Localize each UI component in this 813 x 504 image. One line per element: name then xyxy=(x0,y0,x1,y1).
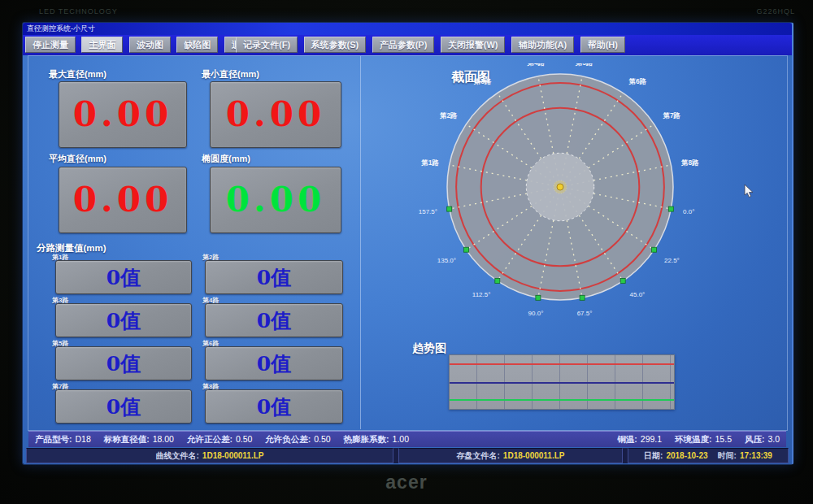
channel-1-value: 0值 xyxy=(107,267,141,288)
channel-4-display: 0值 xyxy=(205,303,343,337)
angle-label: 22.5° xyxy=(664,257,680,264)
angle-marker xyxy=(620,279,625,284)
max-diameter-display: 0.00 xyxy=(59,81,187,148)
channel-6-value: 0值 xyxy=(257,354,291,374)
channel-section-label: 分路测量值(mm) xyxy=(37,242,107,254)
ovality-value: 0.00 xyxy=(226,183,325,217)
bezel-led-label: LED TECHNOLOGY xyxy=(39,7,118,15)
status-right-group: 铜温:299.1 环境温度:15.5 风压:3.0 xyxy=(617,434,780,445)
angle-marker xyxy=(463,247,468,252)
channel-5-value: 0值 xyxy=(107,354,141,374)
menu-close-alarm[interactable]: 关闭报警(W) xyxy=(441,37,506,53)
menu-record-file[interactable]: 记录文件(F) xyxy=(236,37,298,53)
fluctuation-chart-button[interactable]: 波动图 xyxy=(129,37,171,53)
menu-help[interactable]: 帮助(H) xyxy=(580,37,625,53)
avg-diameter-value: 0.00 xyxy=(73,183,172,217)
angle-label: 90.0° xyxy=(528,310,544,317)
acer-logo: acer xyxy=(370,471,443,493)
angle-marker xyxy=(536,295,541,300)
min-diameter-label: 最小直径(mm) xyxy=(202,68,259,80)
angle-label: 157.5° xyxy=(419,208,437,215)
neg-tolerance-value: 0.50 xyxy=(314,434,330,444)
max-diameter-label: 最大直径(mm) xyxy=(49,68,107,80)
angle-label: 0.0° xyxy=(683,208,694,215)
channel-2-value: 0值 xyxy=(257,267,291,288)
expansion-coeff-value: 1.00 xyxy=(393,434,409,444)
channel-spoke-label: 第2路 xyxy=(439,111,458,119)
status-left-group: 产品型号:D18 标称直径值:18.00 允许正公差:0.50 允许负公差:0.… xyxy=(35,434,409,445)
channel-7-display: 0值 xyxy=(55,389,192,424)
angle-marker xyxy=(495,279,500,284)
angle-marker xyxy=(668,206,673,211)
product-model-label: 产品型号: xyxy=(35,434,72,444)
ovality-display: 0.00 xyxy=(210,167,341,233)
channel-3-value: 0值 xyxy=(107,311,141,331)
copper-temp-value: 299.1 xyxy=(641,434,662,444)
date-label: 日期: xyxy=(644,450,663,462)
ambient-temp-value: 15.5 xyxy=(715,434,732,444)
bezel-model-label: G226HQL xyxy=(756,7,795,15)
datetime-box: 日期: 2018-10-23 时间: 17:13:39 xyxy=(628,448,789,463)
toolbar-buttons: 停止测量 主界面 波动图 缺陷图 退出 xyxy=(25,37,259,53)
stop-measure-button[interactable]: 停止测量 xyxy=(25,37,76,53)
curve-file-box: 曲线文件名: 1D18-000011.LP xyxy=(26,448,393,463)
pos-tolerance-value: 0.50 xyxy=(236,434,252,444)
save-file-box: 存盘文件名: 1D18-000011.LP xyxy=(398,448,623,463)
center-dot xyxy=(557,184,563,190)
pos-tolerance-label: 允许正公差: xyxy=(187,434,233,444)
channel-spoke-label: 第8路 xyxy=(680,159,699,167)
channel-spoke-label: 第5路 xyxy=(575,63,593,67)
menu-system-params[interactable]: 系统参数(S) xyxy=(304,37,367,53)
angle-label: 135.0° xyxy=(437,257,456,264)
file-bar: 曲线文件名: 1D18-000011.LP 存盘文件名: 1D18-000011… xyxy=(26,448,789,463)
status-bar: 产品型号:D18 标称直径值:18.00 允许正公差:0.50 允许负公差:0.… xyxy=(28,431,786,447)
measured-line xyxy=(450,399,674,401)
neg-tolerance-label: 允许负公差: xyxy=(265,434,311,444)
channel-1-display: 0值 xyxy=(55,260,192,294)
window-title: 直径测控系统-小尺寸 xyxy=(27,24,95,33)
defect-chart-button[interactable]: 缺陷图 xyxy=(176,37,218,53)
channel-8-value: 0值 xyxy=(257,397,291,417)
channel-4-value: 0值 xyxy=(257,311,291,331)
curve-file-value: 1D18-000011.LP xyxy=(202,451,264,460)
avg-diameter-display: 0.00 xyxy=(59,167,187,233)
wind-pressure-value: 3.0 xyxy=(767,434,780,444)
channel-spoke-label: 第1路 xyxy=(420,159,439,167)
angle-label: 45.0° xyxy=(630,291,646,298)
date-value: 2018-10-23 xyxy=(666,451,707,460)
max-diameter-value: 0.00 xyxy=(73,98,172,132)
trend-chart xyxy=(449,354,675,410)
toolbar: 停止测量 主界面 波动图 缺陷图 退出 记录文件(F) 系统参数(S) 产品参数… xyxy=(23,35,792,55)
window-titlebar: 直径测控系统-小尺寸 xyxy=(23,23,792,35)
menu-aux-functions[interactable]: 辅助功能(A) xyxy=(511,37,574,53)
min-diameter-display: 0.00 xyxy=(210,81,341,148)
time-label: 时间: xyxy=(718,450,737,462)
min-diameter-value: 0.00 xyxy=(226,98,325,132)
channel-6-display: 0值 xyxy=(205,346,343,380)
menu-product-params[interactable]: 产品参数(P) xyxy=(372,37,435,53)
channel-spoke-label: 第7路 xyxy=(662,111,680,119)
save-file-label: 存盘文件名: xyxy=(457,450,500,462)
wind-pressure-label: 风压: xyxy=(745,434,765,444)
angle-marker xyxy=(580,295,585,300)
ambient-temp-label: 环境温度: xyxy=(675,434,712,444)
channel-5-display: 0值 xyxy=(55,346,192,380)
main-view-button[interactable]: 主界面 xyxy=(81,37,123,53)
angle-label: 112.5° xyxy=(472,291,491,298)
time-value: 17:13:39 xyxy=(740,451,772,460)
trend-chart-title: 趋势图 xyxy=(412,341,446,356)
channel-8-display: 0值 xyxy=(205,389,343,424)
avg-diameter-label: 平均直径(mm) xyxy=(49,153,107,165)
channel-spoke-label: 第6路 xyxy=(628,77,646,85)
channel-spoke-label: 第4路 xyxy=(526,63,545,67)
upper-tolerance-line xyxy=(450,363,674,365)
angle-label: 67.5° xyxy=(577,310,593,317)
nominal-line xyxy=(450,382,674,384)
angle-marker xyxy=(652,247,657,252)
channel-3-display: 0值 xyxy=(55,303,192,337)
channel-2-display: 0值 xyxy=(205,260,343,294)
curve-file-label: 曲线文件名: xyxy=(156,450,199,462)
save-file-value: 1D18-000011.LP xyxy=(503,451,565,460)
copper-temp-label: 铜温: xyxy=(617,434,637,444)
expansion-coeff-label: 热膨胀系数: xyxy=(344,434,389,444)
